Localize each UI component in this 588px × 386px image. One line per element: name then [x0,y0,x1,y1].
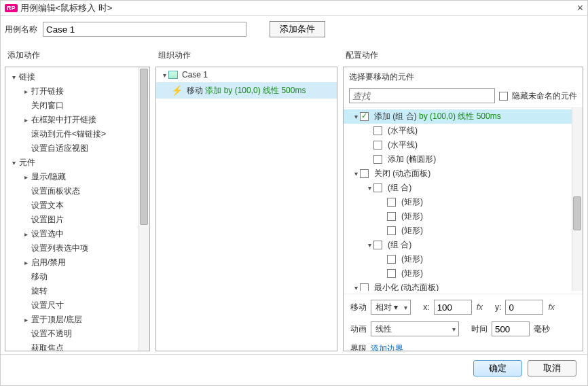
fx-y-icon[interactable]: fx [548,302,554,312]
tree-item[interactable]: 显示/隐藏 [5,170,149,184]
cfg-tree-item[interactable]: 添加 (椭圆形) [344,152,583,166]
tree-item[interactable]: 置于顶层/底层 [5,313,149,327]
tree-item[interactable]: 滚动到元件<锚链接> [5,127,149,141]
time-input[interactable] [492,321,530,336]
cfg-tree-item[interactable]: (矩形) [344,252,583,266]
item-checkbox[interactable] [360,169,369,178]
item-checkbox[interactable] [373,141,382,150]
app-icon: RP [5,4,18,12]
item-checkbox[interactable] [373,241,382,249]
item-checkbox[interactable] [387,198,396,207]
x-input[interactable] [434,300,472,315]
item-checkbox[interactable] [373,183,382,192]
cfg-tree-item[interactable]: 最小化 (动态面板) [344,281,583,291]
action-name: 移动 [187,85,203,96]
col-head-org: 组织动作 [155,46,337,67]
tree-item[interactable]: 启用/禁用 [5,256,149,270]
item-checkbox[interactable] [360,112,369,121]
tree-item[interactable]: 旋转 [5,284,149,298]
tree-item[interactable]: 设置选中 [5,227,149,241]
tree-item[interactable]: 获取焦点 [5,341,149,351]
cfg-tree-item[interactable]: (矩形) [344,266,583,281]
add-actions-panel: 链接打开链接关闭窗口在框架中打开链接滚动到元件<锚链接>设置自适应视图元件显示/… [5,67,150,351]
item-checkbox[interactable] [360,283,369,291]
tree-item[interactable]: 设置文本 [5,198,149,213]
tree-item[interactable]: 设置自适应视图 [5,141,149,156]
case-label: Case 1 [182,70,208,80]
cfg-tree-item[interactable]: (矩形) [344,224,583,238]
tree-item[interactable]: 移动 [5,270,149,284]
add-bounds-link[interactable]: 添加边界 [371,343,403,351]
search-input[interactable] [349,88,495,103]
anim-mode-select[interactable]: 线性 [371,321,459,336]
y-label: y: [495,302,501,312]
col-head-cfg: 配置动作 [343,46,583,67]
tree-item[interactable]: 设置不透明 [5,327,149,341]
tree-item[interactable]: 设置尺寸 [5,298,149,313]
col-head-add: 添加动作 [5,46,150,67]
tree-item[interactable]: 打开链接 [5,84,149,99]
cfg-tree-item[interactable]: (水平线) [344,138,583,152]
scrollbar[interactable] [139,67,149,351]
move-mode-select[interactable]: 相对 ▾ [371,300,411,315]
tree-item[interactable]: 元件 [5,156,149,170]
cfg-panel: 选择要移动的元件 隐藏未命名的元件 添加 (组 合) by (100,0) 线性… [343,67,583,351]
action-detail: 添加 by (100,0) 线性 500ms [205,85,306,96]
tree-item[interactable]: 关闭窗口 [5,99,149,113]
hide-unnamed-checkbox[interactable] [499,92,508,101]
case-name-input[interactable] [43,22,246,37]
item-checkbox[interactable] [373,155,382,164]
tree-item[interactable]: 在框架中打开链接 [5,113,149,127]
tree-item[interactable]: 设置面板状态 [5,184,149,198]
item-checkbox[interactable] [387,212,396,221]
fx-x-icon[interactable]: fx [477,302,483,312]
item-checkbox[interactable] [387,226,396,235]
cfg-tree-item[interactable]: 关闭 (动态面板) [344,166,583,181]
bounds-label: 界限 [350,343,367,351]
cancel-button[interactable]: 取消 [528,360,576,376]
org-panel: Case 1 ⚡ 移动 添加 by (100,0) 线性 500ms [155,67,337,351]
item-checkbox[interactable] [373,126,382,135]
action-row[interactable]: ⚡ 移动 添加 by (100,0) 线性 500ms [156,82,337,99]
tree-item[interactable]: 设置图片 [5,213,149,227]
cfg-tree-item[interactable]: 添加 (组 合) by (100,0) 线性 500ms [344,109,583,124]
cfg-subhead: 选择要移动的元件 [344,67,583,87]
tree-item[interactable]: 链接 [5,70,149,84]
anim-label: 动画 [350,323,367,335]
cfg-tree-item[interactable]: (组 合) [344,181,583,195]
add-condition-button[interactable]: 添加条件 [270,21,325,37]
window-title: 用例编辑<鼠标移入 时> [20,2,113,14]
x-label: x: [423,302,429,312]
ok-button[interactable]: 确定 [473,360,522,376]
item-checkbox[interactable] [387,269,396,278]
tree-item[interactable]: 设置列表选中项 [5,241,149,256]
cfg-tree-item[interactable]: (水平线) [344,124,583,138]
move-label: 移动 [350,302,367,313]
case-name-label: 用例名称 [5,24,37,35]
time-unit-label: 毫秒 [534,323,550,335]
cfg-tree-item[interactable]: (矩形) [344,209,583,224]
bolt-icon: ⚡ [171,85,183,96]
cfg-tree-item[interactable]: (矩形) [344,195,583,209]
close-icon[interactable]: × [577,2,583,14]
case-row[interactable]: Case 1 [156,67,337,82]
y-input[interactable] [505,300,543,315]
time-label: 时间 [471,323,488,335]
cfg-tree-item[interactable]: (组 合) [344,238,583,252]
case-icon [168,71,178,79]
scrollbar[interactable] [572,108,583,291]
item-checkbox[interactable] [387,255,396,264]
hide-unnamed-label: 隐藏未命名的元件 [512,90,577,102]
